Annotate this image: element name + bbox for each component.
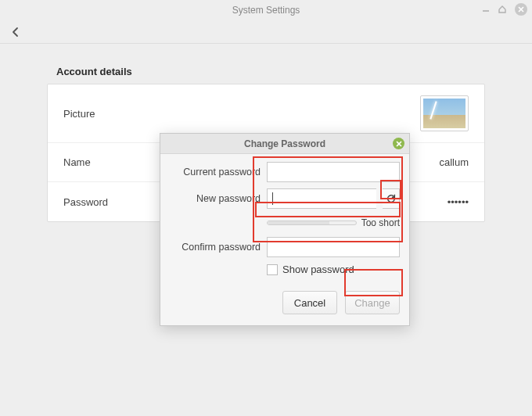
strength-row: Too short	[267, 215, 400, 231]
new-password-row: New password	[170, 188, 400, 209]
dialog-body: Current password New password Too short	[160, 154, 409, 325]
window-title: System Settings	[232, 5, 300, 16]
avatar-image	[423, 99, 466, 128]
current-password-label: Current password	[170, 167, 261, 178]
change-password-dialog: Change Password Current password New pas…	[160, 133, 410, 326]
show-password-row: Show password	[267, 264, 400, 275]
confirm-password-input[interactable]	[267, 237, 400, 257]
change-button[interactable]: Change	[345, 291, 400, 314]
picture-label: Picture	[63, 108, 420, 120]
dialog-title: Change Password	[244, 138, 325, 149]
generate-password-button[interactable]	[383, 188, 400, 209]
dialog-close-icon[interactable]	[393, 138, 404, 149]
confirm-password-row: Confirm password	[170, 237, 400, 257]
current-password-row: Current password	[170, 162, 400, 182]
new-password-label: New password	[170, 193, 261, 204]
password-strength-meter	[267, 221, 357, 225]
minimize-icon[interactable]	[482, 5, 490, 13]
toolbar	[0, 20, 532, 44]
show-password-label: Show password	[282, 264, 354, 275]
cancel-button[interactable]: Cancel	[282, 291, 337, 314]
dialog-titlebar: Change Password	[160, 134, 409, 154]
confirm-password-label: Confirm password	[170, 242, 261, 253]
window-titlebar: System Settings	[0, 0, 532, 20]
text-cursor	[272, 192, 273, 205]
current-password-input[interactable]	[267, 162, 400, 182]
new-password-input[interactable]	[267, 188, 376, 209]
show-password-checkbox[interactable]	[267, 264, 278, 275]
refresh-icon	[386, 193, 397, 204]
password-strength-label: Too short	[361, 217, 400, 228]
back-button[interactable]	[8, 24, 23, 40]
name-value[interactable]: callum	[439, 156, 469, 168]
dialog-actions: Cancel Change	[170, 291, 400, 314]
avatar-button[interactable]	[420, 95, 469, 131]
password-value[interactable]: ••••••	[448, 196, 469, 208]
section-title: Account details	[56, 66, 485, 77]
window-controls	[482, 3, 527, 16]
maximize-icon[interactable]	[498, 5, 507, 14]
close-icon[interactable]	[515, 3, 527, 16]
